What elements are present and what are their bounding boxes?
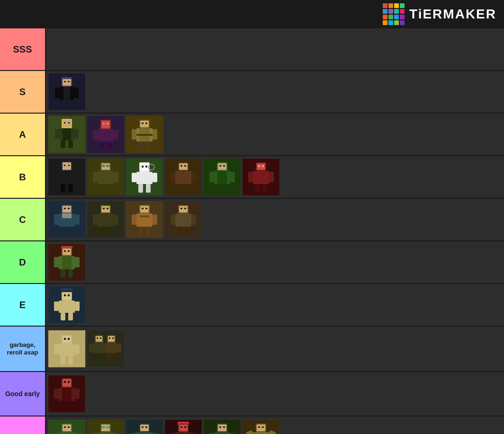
svg-rect-174 (59, 301, 75, 313)
svg-rect-181 (63, 336, 71, 343)
svg-rect-213 (62, 388, 72, 401)
svg-rect-128 (107, 208, 108, 209)
list-item (48, 115, 86, 153)
svg-rect-36 (107, 142, 112, 149)
svg-rect-138 (145, 208, 147, 209)
list-item (48, 201, 86, 239)
svg-rect-65 (106, 165, 110, 167)
svg-rect-107 (262, 165, 264, 167)
tier-items-c (45, 199, 504, 240)
logo-grid (383, 3, 405, 25)
tier-row-a: A (0, 114, 504, 156)
svg-rect-194 (92, 343, 104, 353)
svg-rect-241 (142, 426, 144, 428)
tier-label-sss: SSS (0, 28, 45, 70)
svg-rect-254 (175, 432, 191, 434)
logo-cell (400, 9, 405, 14)
list-item (48, 243, 86, 281)
svg-rect-40 (142, 123, 144, 124)
svg-rect-273 (262, 426, 264, 428)
logo-text: TiERMAKER (409, 7, 496, 22)
logo-cell (400, 3, 405, 8)
list-item (87, 330, 125, 368)
svg-rect-143 (138, 227, 143, 235)
svg-rect-88 (171, 172, 175, 182)
svg-rect-129 (98, 213, 114, 227)
list-item (87, 201, 125, 239)
tier-row-good-early: Good early (0, 372, 504, 416)
svg-rect-142 (153, 214, 157, 225)
svg-rect-193 (100, 337, 101, 339)
svg-rect-99 (209, 172, 214, 182)
tier-list: TiERMAKER SSS S (0, 0, 504, 434)
svg-rect-205 (106, 353, 110, 360)
svg-rect-197 (94, 353, 98, 360)
svg-rect-119 (62, 213, 72, 218)
list-item (242, 419, 280, 434)
tier-row-good-late: Good late (0, 416, 504, 434)
svg-rect-34 (114, 130, 118, 140)
logo-cell (383, 20, 387, 25)
svg-rect-221 (64, 426, 66, 428)
svg-rect-16 (63, 120, 71, 126)
svg-rect-165 (61, 269, 65, 278)
logo-cell (400, 20, 405, 25)
svg-rect-133 (107, 227, 112, 235)
svg-rect-85 (180, 165, 182, 167)
tier-label-good-late: Good late (0, 416, 45, 434)
svg-rect-159 (64, 250, 66, 252)
svg-rect-206 (111, 353, 115, 360)
svg-rect-102 (224, 184, 228, 193)
svg-rect-117 (68, 208, 70, 209)
list-item (126, 115, 163, 153)
svg-rect-148 (180, 208, 182, 209)
tier-row-e: E (0, 284, 504, 327)
svg-rect-220 (63, 425, 71, 431)
list-item (126, 158, 163, 196)
logo-cell (383, 15, 387, 19)
logo-cell (388, 9, 393, 14)
svg-rect-46 (153, 129, 157, 140)
svg-rect-163 (54, 257, 59, 267)
tier-label-e: E (0, 284, 45, 326)
svg-rect-240 (140, 425, 149, 431)
logo: TiERMAKER (383, 3, 496, 25)
svg-rect-214 (54, 389, 59, 399)
svg-rect-149 (184, 208, 186, 209)
svg-rect-252 (180, 426, 182, 428)
svg-rect-109 (248, 172, 253, 182)
svg-rect-6 (64, 81, 66, 82)
svg-rect-122 (61, 227, 65, 235)
list-item (48, 375, 86, 413)
svg-rect-121 (75, 214, 80, 225)
svg-rect-115 (63, 206, 71, 213)
svg-rect-210 (64, 381, 66, 383)
tier-items-a (45, 114, 504, 155)
svg-rect-243 (136, 432, 153, 434)
tier-items-good-late (45, 416, 504, 434)
logo-cell (400, 15, 405, 19)
svg-rect-21 (55, 129, 60, 139)
list-item (87, 158, 125, 196)
tier-items-b (45, 156, 504, 198)
svg-rect-232 (106, 426, 110, 428)
svg-rect-274 (253, 432, 269, 434)
svg-rect-32 (98, 129, 114, 142)
svg-rect-69 (99, 184, 104, 193)
svg-rect-13 (68, 100, 73, 107)
logo-cell (383, 9, 387, 14)
svg-rect-263 (223, 426, 225, 428)
svg-rect-162 (62, 256, 72, 269)
logo-cell (394, 3, 399, 8)
list-item (87, 115, 125, 153)
svg-rect-242 (145, 426, 147, 428)
svg-rect-55 (54, 172, 59, 182)
tier-items-s (45, 71, 504, 113)
svg-rect-24 (68, 141, 73, 148)
svg-rect-182 (64, 338, 66, 340)
svg-rect-112 (262, 184, 267, 193)
svg-rect-91 (185, 184, 189, 193)
svg-rect-116 (64, 208, 66, 209)
svg-rect-172 (64, 294, 66, 296)
svg-rect-183 (68, 338, 70, 340)
